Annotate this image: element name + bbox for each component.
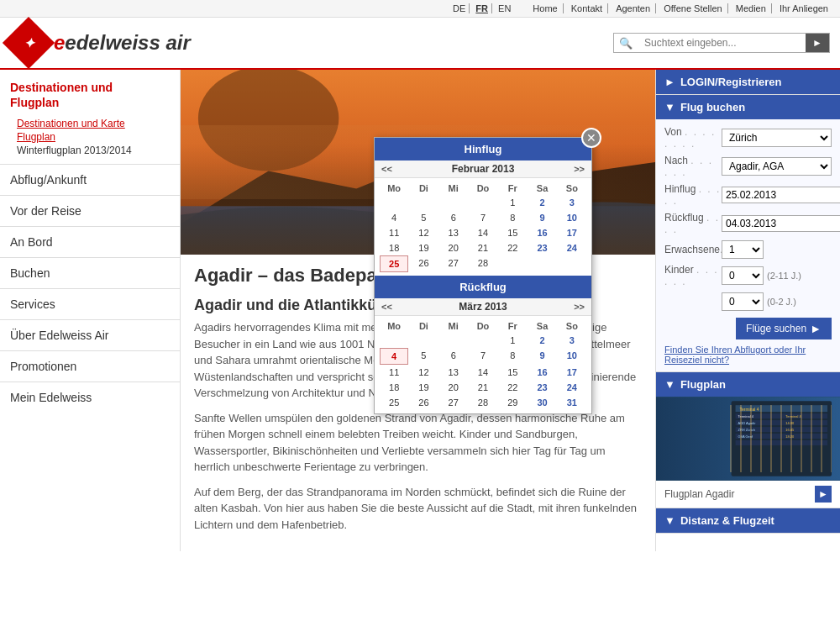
lang-fr[interactable]: FR (472, 3, 492, 13)
feb-day-24[interactable]: 24 (558, 240, 586, 255)
fluege-suchen-button[interactable]: Flüge suchen ► (736, 318, 832, 339)
mar-day-24[interactable]: 24 (558, 380, 586, 395)
help-link[interactable]: Finden Sie Ihren Abflugort oder Ihr Reis… (664, 345, 806, 365)
sidebar-item-services[interactable]: Services (0, 288, 180, 319)
mar-day-25[interactable]: 25 (380, 395, 408, 410)
sidebar-link-dest-karte[interactable]: Destinationen und Karte (17, 117, 180, 130)
sidebar-item-an-bord[interactable]: An Bord (0, 226, 180, 257)
mar-day-8[interactable]: 8 (498, 348, 527, 365)
mar-day-3[interactable]: 3 (558, 333, 586, 348)
mar-day-19[interactable]: 19 (409, 380, 438, 395)
mar-day-1[interactable]: 1 (498, 333, 527, 348)
feb-day-7[interactable]: 7 (469, 210, 497, 225)
distanz-header[interactable]: ▼ Distanz & Flugzeit (656, 508, 840, 533)
feb-day-23[interactable]: 23 (528, 240, 556, 255)
nav-ihr-anliegen[interactable]: Ihr Anliegen (774, 3, 833, 13)
flug-buchen-header[interactable]: ▼ Flug buchen (656, 95, 840, 119)
feb-day-6[interactable]: 6 (439, 210, 468, 225)
nav-kontakt[interactable]: Kontakt (566, 3, 608, 13)
von-select[interactable]: Zürich Basel Genf (722, 129, 832, 147)
prev-month-mar[interactable]: << (381, 302, 392, 312)
feb-day-1[interactable]: 1 (498, 195, 527, 210)
calendar-close-button[interactable]: ✕ (581, 128, 601, 148)
feb-day-26[interactable]: 26 (409, 255, 438, 272)
feb-day-25[interactable]: 25 (380, 255, 408, 272)
feb-day-27[interactable]: 27 (439, 255, 468, 272)
next-month-feb[interactable]: >> (574, 164, 585, 174)
feb-day-18[interactable]: 18 (380, 240, 408, 255)
mar-day-26[interactable]: 26 (409, 395, 438, 410)
feb-day-10[interactable]: 10 (558, 210, 586, 225)
erwachsene-select[interactable]: 1 2 3 (722, 240, 764, 259)
feb-day-15[interactable]: 15 (498, 225, 527, 240)
feb-day-28[interactable]: 28 (469, 255, 497, 272)
feb-day-21[interactable]: 21 (469, 240, 497, 255)
feb-day-4[interactable]: 4 (380, 210, 408, 225)
mar-day-5[interactable]: 5 (409, 348, 438, 365)
next-month-mar[interactable]: >> (574, 302, 585, 312)
feb-day-9[interactable]: 9 (528, 210, 556, 225)
nav-medien[interactable]: Medien (731, 3, 772, 13)
sidebar-item-abflug[interactable]: Abflug/Ankunft (0, 164, 180, 195)
mar-day-12[interactable]: 12 (409, 365, 438, 380)
feb-day-3[interactable]: 3 (558, 195, 586, 210)
feb-day-12[interactable]: 12 (409, 225, 438, 240)
feb-day-5[interactable]: 5 (409, 210, 438, 225)
mar-day-13[interactable]: 13 (439, 365, 468, 380)
sidebar-link-flugplan[interactable]: Flugplan (17, 130, 180, 144)
mar-day-30[interactable]: 30 (528, 395, 556, 410)
sidebar-item-mein[interactable]: Mein Edelweiss (0, 382, 180, 413)
mar-day-11[interactable]: 11 (380, 365, 408, 380)
feb-day-20[interactable]: 20 (439, 240, 468, 255)
mar-day-27[interactable]: 27 (439, 395, 468, 410)
mar-day-4[interactable]: 4 (380, 348, 408, 365)
rueckflug-date-input[interactable] (722, 215, 840, 232)
kinder-select[interactable]: 0 1 2 (722, 266, 764, 285)
mar-day-9[interactable]: 9 (528, 348, 556, 365)
mar-day-29[interactable]: 29 (498, 395, 527, 410)
lang-en[interactable]: EN (495, 3, 514, 13)
mar-day-10[interactable]: 10 (558, 348, 586, 365)
mar-day-22[interactable]: 22 (498, 380, 527, 395)
feb-day-13[interactable]: 13 (439, 225, 468, 240)
feb-day-14[interactable]: 14 (469, 225, 497, 240)
mar-day-15[interactable]: 15 (498, 365, 527, 380)
feb-day-2[interactable]: 2 (528, 195, 556, 210)
mar-day-16[interactable]: 16 (528, 365, 556, 380)
flugplan-arrow-button[interactable]: ► (815, 486, 832, 503)
mar-day-14[interactable]: 14 (469, 365, 497, 380)
feb-day-22[interactable]: 22 (498, 240, 527, 255)
nav-offene-stellen[interactable]: Offene Stellen (659, 3, 728, 13)
sidebar-item-buchen[interactable]: Buchen (0, 257, 180, 288)
mar-day-7[interactable]: 7 (469, 348, 497, 365)
mar-day-31[interactable]: 31 (558, 395, 586, 410)
feb-day-19[interactable]: 19 (409, 240, 438, 255)
mar-day-23[interactable]: 23 (528, 380, 556, 395)
kinder2-input: 0 1 2 (0-2 J.) (722, 292, 832, 311)
feb-day-8[interactable]: 8 (498, 210, 527, 225)
mar-day-21[interactable]: 21 (469, 380, 497, 395)
mar-day-6[interactable]: 6 (439, 348, 468, 365)
flugplan-header[interactable]: ▼ Flugplan (656, 372, 840, 397)
nav-home[interactable]: Home (528, 3, 563, 13)
feb-day-17[interactable]: 17 (558, 225, 586, 240)
sidebar-item-uber[interactable]: Über Edelweiss Air (0, 319, 180, 350)
prev-month-feb[interactable]: << (381, 164, 392, 174)
login-header[interactable]: ► LOGIN/Registrieren (656, 70, 840, 94)
sidebar-item-vor-reise[interactable]: Vor der Reise (0, 195, 180, 226)
lang-de[interactable]: DE (449, 3, 470, 13)
nav-agenten[interactable]: Agenten (611, 3, 656, 13)
feb-day-11[interactable]: 11 (380, 225, 408, 240)
mar-day-17[interactable]: 17 (558, 365, 586, 380)
nach-select[interactable]: Agadir, AGA Marrakesch (722, 157, 832, 176)
mar-day-20[interactable]: 20 (439, 380, 468, 395)
kinder2-select[interactable]: 0 1 2 (722, 292, 764, 311)
sidebar-item-promotionen[interactable]: Promotionen (0, 350, 180, 382)
mar-day-28[interactable]: 28 (469, 395, 497, 410)
mar-day-2[interactable]: 2 (528, 333, 556, 348)
hinflug-date-input[interactable] (722, 187, 840, 203)
mar-day-18[interactable]: 18 (380, 380, 408, 395)
search-button[interactable]: ► (806, 34, 829, 52)
feb-day-16[interactable]: 16 (528, 225, 556, 240)
search-input[interactable] (638, 34, 806, 52)
